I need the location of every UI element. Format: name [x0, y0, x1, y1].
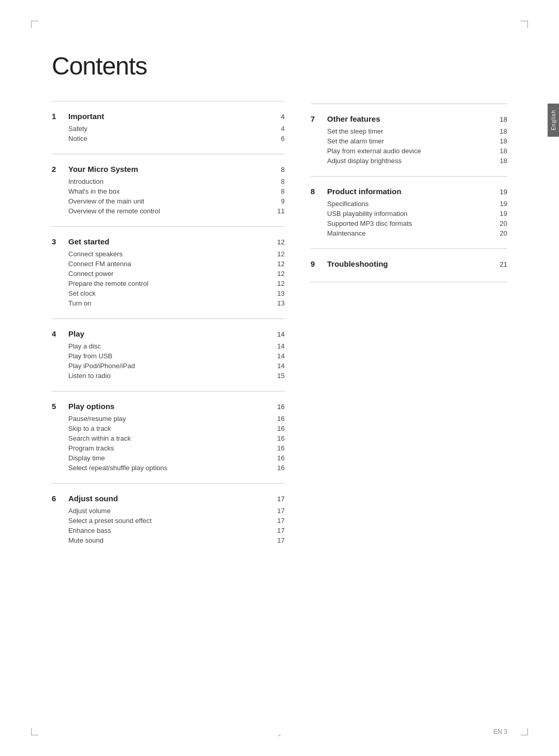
page-dot	[278, 734, 281, 736]
toc-item-label-8-2: Supported MP3 disc formats	[327, 220, 412, 227]
toc-item-label-4-3: Listen to radio	[68, 372, 111, 380]
toc-item-label-7-1: Set the alarm timer	[327, 137, 384, 145]
toc-item-label-6-2: Enhance bass	[68, 527, 111, 534]
toc-item-label-2-1: What's in the box	[68, 187, 120, 195]
section-title-wrap-1: 1Important	[52, 112, 104, 121]
toc-item-4-2: Play iPod/iPhone/iPad14	[68, 361, 285, 371]
toc-item-page-2-1: 8	[281, 187, 285, 195]
toc-item-page-3-4: 13	[277, 289, 285, 297]
page-container: English Contents 1Important4Safety4Notic…	[0, 0, 559, 756]
section-items-2: Introduction8What's in the box8Overview …	[52, 177, 285, 216]
page-title: Contents	[52, 52, 285, 80]
toc-item-6-1: Select a preset sound effect17	[68, 516, 285, 526]
section-num-8: 8	[311, 187, 319, 196]
toc-item-page-5-1: 16	[277, 425, 285, 432]
section-page-6: 17	[277, 495, 285, 503]
section-page-7: 18	[500, 115, 507, 123]
section-header-8: 8Product information19	[311, 187, 507, 196]
toc-item-6-0: Adjust volume17	[68, 506, 285, 516]
toc-item-page-6-3: 17	[277, 536, 285, 544]
toc-item-label-7-0: Set the sleep timer	[327, 127, 383, 135]
toc-item-3-1: Connect FM antenna12	[68, 259, 285, 269]
side-tab-label: English	[551, 110, 556, 130]
section-header-4: 4Play14	[52, 329, 285, 338]
toc-section-2: 2Your Micro System8Introduction8What's i…	[52, 154, 285, 226]
toc-item-label-7-2: Play from external audio device	[327, 147, 421, 155]
section-header-6: 6Adjust sound17	[52, 494, 285, 503]
toc-item-5-4: Display time16	[68, 453, 285, 463]
section-header-3: 3Get started12	[52, 237, 285, 246]
section-num-3: 3	[52, 237, 60, 246]
section-num-2: 2	[52, 165, 60, 173]
section-title-2: Your Micro System	[68, 165, 138, 173]
section-num-4: 4	[52, 329, 60, 338]
toc-item-page-3-1: 12	[277, 260, 285, 268]
section-header-7: 7Other features18	[311, 114, 507, 123]
section-title-6: Adjust sound	[68, 494, 118, 503]
toc-item-label-3-2: Connect power	[68, 270, 113, 278]
toc-item-3-3: Prepare the remote control12	[68, 279, 285, 288]
toc-item-label-5-1: Skip to a track	[68, 425, 111, 432]
toc-item-page-2-2: 9	[281, 197, 285, 205]
toc-item-label-4-2: Play iPod/iPhone/iPad	[68, 362, 135, 370]
toc-item-7-3: Adjust display brightness18	[327, 156, 507, 166]
toc-item-page-4-3: 15	[277, 372, 285, 380]
toc-item-label-5-0: Pause/resume play	[68, 415, 126, 423]
section-header-1: 1Important4	[52, 112, 285, 121]
toc-item-5-0: Pause/resume play16	[68, 414, 285, 424]
section-title-wrap-8: 8Product information	[311, 187, 401, 196]
section-items-8: Specifications19USB playability informat…	[311, 199, 507, 238]
toc-item-label-3-5: Turn on	[68, 299, 91, 307]
toc-item-page-6-2: 17	[277, 527, 285, 534]
toc-item-8-1: USB playability information19	[327, 209, 507, 219]
section-page-4: 14	[277, 330, 285, 338]
toc-section-7: 7Other features18Set the sleep timer18Se…	[311, 104, 507, 176]
section-items-7: Set the sleep timer18Set the alarm timer…	[311, 126, 507, 166]
toc-item-8-3: Maintenance20	[327, 228, 507, 238]
section-title-wrap-7: 7Other features	[311, 114, 380, 123]
section-header-2: 2Your Micro System8	[52, 165, 285, 173]
side-tab: English	[548, 104, 559, 137]
toc-item-8-2: Supported MP3 disc formats20	[327, 219, 507, 228]
toc-item-label-1-1: Notice	[68, 135, 87, 142]
toc-item-5-1: Skip to a track16	[68, 424, 285, 433]
section-title-1: Important	[68, 112, 104, 121]
section-items-4: Play a disc14Play from USB14Play iPod/iP…	[52, 341, 285, 381]
section-title-7: Other features	[327, 114, 380, 123]
toc-item-page-5-0: 16	[277, 415, 285, 423]
toc-item-label-6-1: Select a preset sound effect	[68, 517, 152, 525]
toc-item-4-1: Play from USB14	[68, 351, 285, 361]
toc-item-5-3: Program tracks16	[68, 443, 285, 453]
section-items-1: Safety4Notice6	[52, 124, 285, 143]
section-items-6: Adjust volume17Select a preset sound eff…	[52, 506, 285, 545]
section-num-7: 7	[311, 114, 319, 123]
section-page-2: 8	[281, 166, 285, 173]
toc-item-label-1-0: Safety	[68, 125, 87, 133]
toc-section-5: 5Play options16Pause/resume play16Skip t…	[52, 391, 285, 483]
toc-item-4-0: Play a disc14	[68, 341, 285, 351]
toc-section-1: 1Important4Safety4Notice6	[52, 101, 285, 154]
toc-item-page-2-0: 8	[281, 178, 285, 185]
toc-item-page-6-1: 17	[277, 517, 285, 525]
toc-item-3-2: Connect power12	[68, 269, 285, 279]
toc-item-label-5-3: Program tracks	[68, 444, 114, 452]
toc-item-label-3-0: Connect speakers	[68, 250, 123, 258]
section-num-5: 5	[52, 402, 60, 411]
corner-mark-br	[521, 728, 528, 735]
toc-item-page-7-2: 18	[500, 147, 507, 155]
corner-mark-tl	[31, 21, 38, 28]
section-title-wrap-9: 9Troubleshooting	[311, 259, 388, 268]
toc-item-label-8-1: USB playability information	[327, 210, 407, 217]
section-page-1: 4	[281, 113, 285, 121]
toc-section-6: 6Adjust sound17Adjust volume17Select a p…	[52, 483, 285, 556]
toc-item-5-5: Select repeat/shuffle play options16	[68, 463, 285, 473]
right-column: 7Other features18Set the sleep timer18Se…	[311, 41, 507, 725]
toc-item-page-2-3: 11	[277, 207, 285, 215]
toc-item-label-4-0: Play a disc	[68, 342, 101, 350]
left-sections: 1Important4Safety4Notice62Your Micro Sys…	[52, 101, 285, 556]
toc-item-7-1: Set the alarm timer18	[327, 136, 507, 146]
toc-item-page-7-0: 18	[500, 127, 507, 135]
toc-item-label-2-0: Introduction	[68, 178, 104, 185]
section-num-1: 1	[52, 112, 60, 121]
section-title-9: Troubleshooting	[327, 259, 388, 268]
